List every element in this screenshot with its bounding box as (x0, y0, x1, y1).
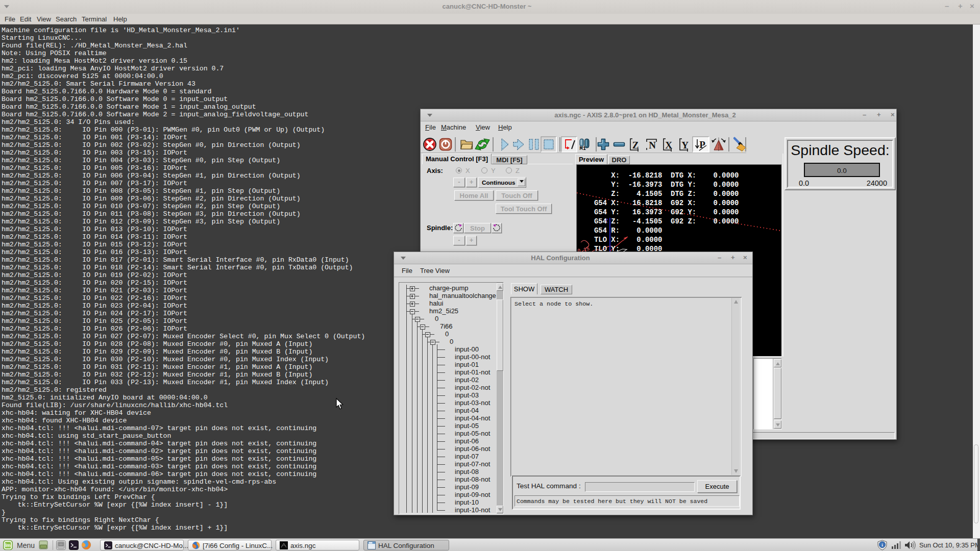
svg-text:lm: lm (5, 542, 11, 548)
svg-text:M1: M1 (580, 145, 586, 152)
svg-text:N: N (649, 140, 656, 151)
